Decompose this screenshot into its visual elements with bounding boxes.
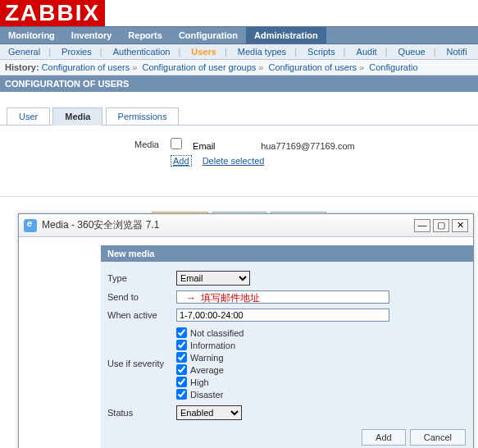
sub-authentication[interactable]: Authentication	[105, 47, 179, 57]
add-media-link[interactable]: Add	[171, 155, 192, 167]
tab-media[interactable]: Media	[52, 107, 102, 126]
history-link-1[interactable]: Configuration of user groups	[142, 62, 256, 72]
modal-title: Media - 360安全浏览器 7.1	[42, 218, 412, 232]
browser-icon	[24, 219, 37, 232]
sub-audit[interactable]: Audit	[348, 47, 385, 57]
new-media-window: Media - 360安全浏览器 7.1 — ▢ ✕ New media Typ…	[18, 213, 474, 235]
media-label: Media	[7, 139, 171, 149]
sub-users[interactable]: Users	[183, 47, 225, 57]
sub-notifications[interactable]: Notifi	[439, 47, 476, 57]
media-row-checkbox[interactable]	[171, 138, 182, 149]
close-button[interactable]: ✕	[452, 219, 468, 232]
history-link-2[interactable]: Configuration of users	[268, 62, 357, 72]
delete-selected-link[interactable]: Delete selected	[203, 156, 265, 166]
logo: ZABBIX	[0, 0, 105, 26]
sub-media-types[interactable]: Media types	[230, 47, 294, 57]
media-value-cell: hua77169@77169.com	[261, 141, 384, 151]
sub-queue[interactable]: Queue	[390, 47, 434, 57]
sub-scripts[interactable]: Scripts	[299, 47, 344, 57]
maximize-button[interactable]: ▢	[433, 219, 449, 232]
nav-inventory[interactable]: Inventory	[63, 27, 121, 43]
history-bar: History: Configuration of users» Configu…	[0, 60, 478, 75]
media-type-cell: Email	[193, 141, 258, 151]
tab-user[interactable]: User	[7, 107, 50, 126]
nav-monitoring[interactable]: Monitoring	[0, 27, 63, 43]
minimize-button[interactable]: —	[414, 219, 430, 232]
page-title: CONFIGURATION OF USERS	[0, 75, 478, 92]
nav-configuration[interactable]: Configuration	[171, 27, 246, 43]
nav-reports[interactable]: Reports	[120, 27, 171, 43]
sub-proxies[interactable]: Proxies	[53, 47, 100, 57]
history-label: History:	[5, 62, 39, 72]
sub-nav: General| Proxies| Authentication| Users|…	[0, 44, 478, 60]
nav-administration[interactable]: Administration	[246, 27, 326, 43]
history-link-3[interactable]: Configuratio	[369, 62, 417, 72]
sub-general[interactable]: General	[0, 47, 48, 57]
tab-permissions[interactable]: Permissions	[106, 107, 180, 126]
main-nav: MonitoringInventoryReportsConfigurationA…	[0, 26, 478, 44]
page-tabs: User Media Permissions	[0, 102, 478, 126]
history-link-0[interactable]: Configuration of users	[42, 62, 130, 72]
